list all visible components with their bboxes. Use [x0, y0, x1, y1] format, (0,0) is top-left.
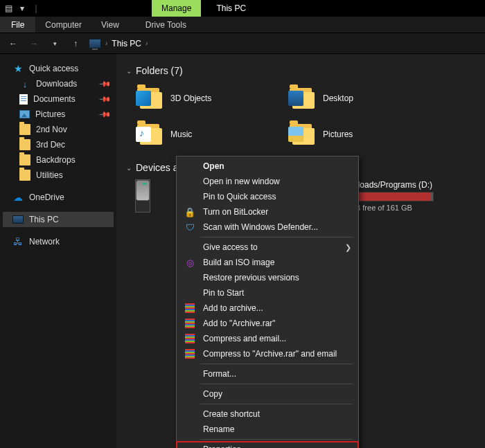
sidebar-item-backdrops[interactable]: Backdrops [3, 152, 114, 168]
sidebar-item-3rd-dec[interactable]: 3rd Dec [3, 137, 114, 152]
menu-label: Properties [203, 445, 241, 448]
window-title: This PC [201, 0, 256, 17]
menu-pin-quick-access[interactable]: Pin to Quick access [177, 189, 358, 204]
menu-create-shortcut[interactable]: Create shortcut [177, 406, 358, 422]
sidebar-item-utilities[interactable]: Utilities [3, 168, 114, 183]
folder-icon [19, 170, 30, 181]
sidebar-item-label: 3rd Dec [36, 140, 65, 150]
folder-label: Music [170, 129, 192, 139]
breadcrumb[interactable]: › This PC › [89, 39, 148, 48]
chevron-down-icon: ⌄ [126, 67, 132, 75]
download-icon [19, 78, 30, 89]
tab-computer[interactable]: Computer [35, 17, 91, 33]
shield-icon: 🛡 [184, 222, 196, 233]
iso-icon: ◎ [184, 257, 196, 268]
folder-pictures[interactable]: Pictures [288, 119, 399, 150]
nav-back-button[interactable]: ← [6, 36, 21, 51]
menu-label: Compress and email... [203, 334, 286, 343]
folder-icon [288, 87, 316, 110]
breadcrumb-location[interactable]: This PC [112, 39, 141, 48]
menu-format[interactable]: Format... [177, 366, 358, 382]
archive-icon [184, 348, 196, 359]
folder-label: Desktop [323, 93, 353, 103]
drive-c[interactable] [136, 180, 150, 212]
menu-open-new-window[interactable]: Open in new window [177, 174, 358, 189]
sidebar-item-pictures[interactable]: Pictures 📌 [3, 107, 114, 122]
menu-properties[interactable]: Properties [177, 442, 358, 448]
ribbon-tabs: File Computer View Drive Tools [0, 17, 485, 33]
folder-3d-objects[interactable]: 3D Objects [136, 83, 247, 114]
archive-icon [184, 303, 196, 314]
archive-icon [184, 333, 196, 344]
menu-compress-email[interactable]: Compress and email... [177, 331, 358, 346]
document-icon [19, 94, 28, 105]
context-menu: Open Open in new window Pin to Quick acc… [176, 156, 359, 448]
menu-label: Open in new window [203, 177, 280, 186]
tab-drive-tools[interactable]: Drive Tools [136, 17, 196, 33]
folder-music[interactable]: Music [136, 119, 247, 150]
this-pc-icon [12, 215, 24, 224]
navigation-pane: ★ Quick access Downloads 📌 Documents 📌 P… [0, 54, 116, 448]
qat-dropdown-icon[interactable]: ▾ [17, 3, 28, 14]
sidebar-onedrive[interactable]: ☁ OneDrive [3, 190, 114, 205]
menu-pin-start[interactable]: Pin to Start [177, 285, 358, 301]
menu-build-iso[interactable]: ◎Build an ISO image [177, 255, 358, 270]
menu-label: Pin to Start [203, 288, 244, 298]
sidebar-network[interactable]: 🖧 Network [3, 234, 114, 249]
menu-label: Compress to "Archive.rar" and email [203, 349, 337, 359]
menu-give-access[interactable]: Give access to❯ [177, 240, 358, 255]
menu-add-archive-rar[interactable]: Add to "Archive.rar" [177, 316, 358, 331]
pictures-icon [19, 110, 30, 118]
this-pc-icon [89, 39, 101, 48]
nav-up-button[interactable]: ↑ [68, 36, 83, 51]
chevron-down-icon: ⌄ [126, 164, 132, 172]
sidebar-this-pc[interactable]: This PC [3, 212, 114, 227]
menu-bitlocker[interactable]: 🔒Turn on BitLocker [177, 204, 358, 219]
menu-label: Format... [203, 369, 236, 379]
sidebar-item-documents[interactable]: Documents 📌 [3, 91, 114, 107]
sidebar-item-2nd-nov[interactable]: 2nd Nov [3, 122, 114, 137]
folder-label: 3D Objects [170, 93, 211, 103]
tab-view[interactable]: View [91, 17, 129, 33]
nav-forward-button[interactable]: → [26, 36, 42, 51]
menu-label: Scan with Windows Defender... [203, 222, 318, 232]
bitlocker-icon: 🔒 [184, 206, 196, 217]
sidebar-item-label: Pictures [35, 109, 65, 119]
sidebar-item-label: Backdrops [36, 155, 76, 165]
menu-copy[interactable]: Copy [177, 386, 358, 402]
menu-label: Restore previous versions [203, 273, 299, 283]
tab-file[interactable]: File [0, 17, 35, 33]
pin-icon: 📌 [98, 92, 111, 105]
archive-icon [184, 318, 196, 329]
sidebar-item-label: Network [29, 237, 60, 247]
contextual-tab-manage[interactable]: Manage [152, 0, 201, 17]
menu-label: Copy [203, 389, 222, 399]
title-bar: ▤ ▾ | Manage This PC [0, 0, 485, 17]
menu-compress-rar-email[interactable]: Compress to "Archive.rar" and email [177, 346, 358, 361]
menu-open[interactable]: Open [177, 159, 358, 174]
pin-icon: 📌 [98, 77, 111, 90]
folder-icon [136, 123, 164, 146]
menu-add-archive[interactable]: Add to archive... [177, 301, 358, 316]
folder-desktop[interactable]: Desktop [288, 83, 399, 114]
qat-separator: | [30, 3, 42, 14]
menu-defender-scan[interactable]: 🛡Scan with Windows Defender... [177, 219, 358, 235]
pin-icon: 📌 [98, 107, 111, 120]
chevron-right-icon[interactable]: › [146, 39, 148, 47]
menu-restore-versions[interactable]: Restore previous versions [177, 270, 358, 285]
menu-rename[interactable]: Rename [177, 422, 358, 437]
quick-access-toolbar: ▤ ▾ | [0, 0, 44, 17]
menu-label: Give access to [203, 242, 258, 252]
menu-label: Add to "Archive.rar" [203, 319, 276, 328]
sidebar-item-downloads[interactable]: Downloads 📌 [3, 76, 114, 91]
group-header-folders[interactable]: ⌄ Folders (7) [126, 65, 475, 76]
menu-label: Pin to Quick access [203, 192, 276, 201]
sidebar-item-label: This PC [29, 215, 59, 224]
folder-icon [136, 87, 164, 110]
group-header-label: Folders (7) [136, 65, 183, 76]
sidebar-quick-access[interactable]: ★ Quick access [3, 61, 114, 76]
network-icon: 🖧 [12, 236, 24, 247]
nav-recent-dropdown[interactable]: ▾ [47, 36, 62, 51]
chevron-right-icon[interactable]: › [105, 39, 107, 47]
menu-label: Turn on BitLocker [203, 207, 268, 217]
